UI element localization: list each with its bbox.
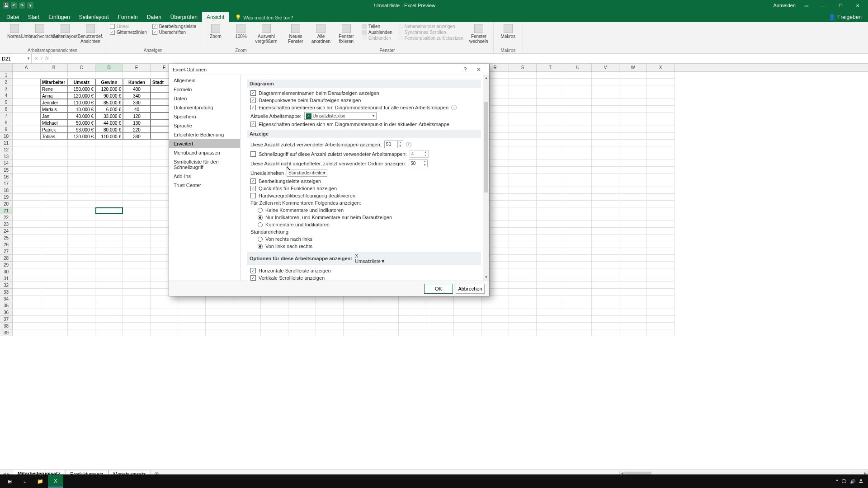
section-diagramm: Diagramm bbox=[247, 80, 481, 88]
scroll-down-icon[interactable]: ▼ bbox=[483, 274, 489, 281]
cat-addins[interactable]: Add-Ins bbox=[169, 172, 240, 181]
opt-comments-none[interactable]: Keine Kommentare und Indikatoren bbox=[247, 206, 481, 214]
cat-formeln[interactable]: Formeln bbox=[169, 85, 240, 94]
excel-file-icon: X bbox=[306, 113, 311, 119]
excel-options-dialog: Excel-Optionen ? ✕ Allgemein Formeln Dat… bbox=[169, 64, 490, 296]
tray-network-icon[interactable]: 🖧 bbox=[859, 479, 863, 484]
cat-trustcenter[interactable]: Trust Center bbox=[169, 181, 240, 190]
dialog-titlebar: Excel-Optionen ? ✕ bbox=[169, 64, 489, 75]
opt-current-workbook: Aktuelle Arbeitsmappe: XUmsatzliste.xlsx… bbox=[247, 111, 481, 121]
opt-direction-label: Standardrichtung: bbox=[247, 228, 481, 235]
opt-recent-folders: Diese Anzahl nicht angehefteter, zuletzt… bbox=[247, 159, 481, 168]
windows-taskbar: ⊞ ⌕ 📁 X ˄ 🖵 🔊 🖧 bbox=[0, 474, 868, 488]
modal-overlay: Excel-Optionen ? ✕ Allgemein Formeln Dat… bbox=[0, 0, 868, 488]
tray-chevron-icon[interactable]: ˄ bbox=[836, 479, 838, 484]
opt-show-formula-bar[interactable]: ✓Bearbeitungsleiste anzeigen bbox=[247, 178, 481, 185]
opt-disable-hw-accel[interactable]: Hardwaregrafikbeschleunigung deaktiviere… bbox=[247, 192, 481, 199]
opt-comments-both[interactable]: Kommentare und Indikatoren bbox=[247, 221, 481, 228]
opt-datapoint-values[interactable]: ✓Datenpunktwerte beim Daraufzeigen anzei… bbox=[247, 97, 481, 104]
opt-function-tooltips[interactable]: ✓QuickInfos für Funktionen anzeigen bbox=[247, 185, 481, 192]
chevron-down-icon: ▼ bbox=[372, 114, 375, 117]
dialog-help-icon[interactable]: ? bbox=[458, 65, 472, 75]
recent-folders-spinner[interactable]: 50▲▼ bbox=[409, 160, 428, 167]
cat-dokumentpruefung[interactable]: Dokumentprüfung bbox=[169, 103, 240, 112]
opt-properties-new[interactable]: ✓Eigenschaften orientieren sich am Diagr… bbox=[247, 104, 481, 111]
opt-comments-indicators[interactable]: Nur Indikatoren, und Kommentare nur beim… bbox=[247, 214, 481, 221]
taskbar-search-icon[interactable]: ⌕ bbox=[17, 475, 33, 488]
ruler-units-select[interactable]: Standardeinheiten▼ bbox=[287, 169, 327, 177]
cat-erleichterte[interactable]: Erleichterte Bedienung bbox=[169, 130, 240, 139]
chevron-down-icon: ▼ bbox=[323, 171, 326, 174]
quick-access-count-spinner: 4▲▼ bbox=[410, 150, 429, 158]
taskbar-folder-icon[interactable]: 📁 bbox=[33, 475, 48, 488]
cat-speichern[interactable]: Speichern bbox=[169, 112, 240, 121]
recent-workbooks-spinner[interactable]: 50▲▼ bbox=[384, 141, 403, 148]
cat-erweitert[interactable]: Erweitert bbox=[169, 139, 240, 148]
section-workbook-display: Optionen für diese Arbeitsmappe anzeigen… bbox=[247, 252, 481, 265]
excel-file-icon: X bbox=[355, 253, 427, 258]
opt-direction-rtl[interactable]: Von rechts nach links bbox=[247, 235, 481, 243]
opt-recent-workbooks: Diese Anzahl zuletzt verwendeter Arbeits… bbox=[247, 140, 481, 149]
opt-direction-ltr[interactable]: Von links nach rechts bbox=[247, 243, 481, 250]
current-workbook-select[interactable]: XUmsatzliste.xlsx▼ bbox=[304, 112, 377, 120]
system-tray[interactable]: ˄ 🖵 🔊 🖧 bbox=[836, 479, 866, 484]
dialog-title: Excel-Optionen bbox=[173, 67, 458, 72]
chevron-down-icon: ▼ bbox=[381, 258, 386, 264]
dialog-close-icon[interactable]: ✕ bbox=[472, 65, 486, 75]
tray-display-icon[interactable]: 🖵 bbox=[842, 479, 846, 484]
opt-h-scrollbar[interactable]: ✓Horizontale Scrollleiste anzeigen bbox=[247, 267, 481, 274]
cat-schnellzugriff[interactable]: Symbolleiste für den Schnellzugriff bbox=[169, 157, 240, 172]
opt-chart-element-names[interactable]: ✓Diagrammelementnamen beim Daraufzeigen … bbox=[247, 89, 481, 97]
cat-allgemein[interactable]: Allgemein bbox=[169, 76, 240, 85]
info-icon[interactable]: i bbox=[451, 105, 457, 110]
workbook-display-select[interactable]: XUmsatzliste▼ bbox=[355, 253, 427, 264]
options-content-pane: Diagramm ✓Diagrammelementnamen beim Dara… bbox=[241, 75, 489, 281]
dialog-buttons: OK Abbrechen bbox=[169, 281, 489, 296]
opt-quick-access-recent[interactable]: Schnellzugriff auf diese Anzahl zuletzt … bbox=[247, 149, 481, 159]
taskbar-excel-icon[interactable]: X bbox=[48, 475, 63, 488]
ok-button[interactable]: OK bbox=[424, 284, 453, 294]
opt-comments-label: Für Zellen mit Kommentaren Folgendes anz… bbox=[247, 199, 481, 206]
scroll-up-icon[interactable]: ▲ bbox=[483, 75, 489, 81]
cat-sprache[interactable]: Sprache bbox=[169, 121, 240, 130]
options-scrollbar[interactable]: ▲ ▼ bbox=[483, 75, 489, 281]
cancel-button[interactable]: Abbrechen bbox=[456, 284, 485, 294]
opt-properties-current[interactable]: ✓Eigenschaften orientieren sich am Diagr… bbox=[247, 121, 481, 128]
tray-volume-icon[interactable]: 🔊 bbox=[850, 479, 855, 484]
cat-daten[interactable]: Daten bbox=[169, 94, 240, 103]
start-button[interactable]: ⊞ bbox=[2, 475, 17, 488]
opt-v-scrollbar[interactable]: ✓Vertikale Scrollleiste anzeigen bbox=[247, 274, 481, 281]
section-anzeige: Anzeige bbox=[247, 130, 481, 138]
cat-menueband[interactable]: Menüband anpassen bbox=[169, 148, 240, 157]
options-category-list: Allgemein Formeln Daten Dokumentprüfung … bbox=[169, 75, 241, 281]
scroll-thumb[interactable] bbox=[484, 102, 488, 192]
opt-ruler-units: Linealeinheiten Standardeinheiten▼ bbox=[247, 168, 481, 178]
info-icon[interactable]: i bbox=[406, 142, 411, 147]
